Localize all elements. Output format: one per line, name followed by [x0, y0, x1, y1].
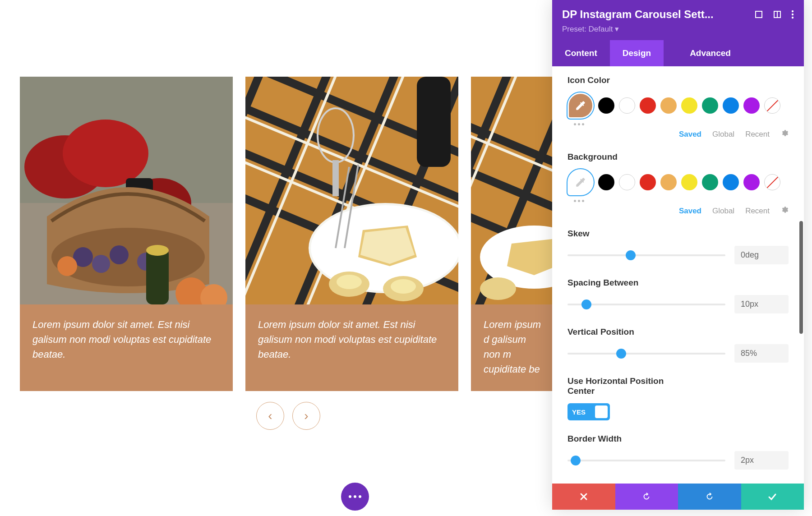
icon-color-section: Saved Global Recent	[567, 92, 789, 139]
panel-tabs: Content Design Advanced	[552, 40, 804, 66]
color-swatch-none[interactable]	[764, 97, 780, 114]
carousel-card[interactable]: Lorem ipsum dolor sit amet. Est nisi gal…	[245, 77, 458, 391]
spacing-control: Spacing Between 10px	[567, 278, 789, 313]
color-swatch-green[interactable]	[702, 174, 718, 190]
palette-tab-recent[interactable]: Recent	[745, 207, 770, 216]
palette-tab-saved[interactable]: Saved	[679, 207, 701, 216]
palette-tab-saved[interactable]: Saved	[679, 130, 701, 139]
color-swatch-blue[interactable]	[723, 97, 739, 114]
svg-point-55	[792, 14, 794, 15]
svg-rect-12	[146, 248, 169, 304]
background-label: Background	[567, 152, 789, 162]
color-swatch-white[interactable]	[619, 97, 635, 114]
svg-point-54	[792, 10, 794, 12]
svg-point-39	[391, 279, 416, 294]
svg-point-3	[63, 120, 148, 187]
color-swatch-yellow[interactable]	[681, 174, 697, 190]
color-swatch-black[interactable]	[598, 97, 614, 114]
panel-header: DP Instagram Carousel Sett... Preset: De…	[552, 0, 804, 40]
tab-design[interactable]: Design	[610, 40, 664, 66]
color-swatch-red[interactable]	[640, 97, 656, 114]
toggle-knob	[595, 405, 608, 418]
carousel-nav: ‹ ›	[20, 402, 557, 430]
palette-settings-icon[interactable]	[780, 129, 789, 139]
spacing-value[interactable]: 10px	[734, 295, 789, 313]
svg-rect-51	[756, 11, 762, 18]
prev-button[interactable]: ‹	[256, 402, 284, 430]
eyedropper-button[interactable]	[567, 92, 594, 119]
color-swatch-none[interactable]	[764, 174, 780, 190]
color-swatch-red[interactable]	[640, 174, 656, 190]
card-caption: Lorem ipsum dolor sit amet. Est nisi gal…	[20, 304, 233, 376]
border-width-control: Border Width 2px	[567, 434, 789, 470]
card-caption: Lorem ipsum d galisum non m cupiditate b…	[471, 304, 557, 391]
card-image	[245, 77, 458, 304]
fab-menu-button[interactable]	[341, 483, 369, 511]
border-width-slider[interactable]	[567, 460, 725, 461]
color-swatch-orange[interactable]	[660, 174, 677, 190]
undo-button[interactable]	[615, 484, 678, 510]
more-colors-icon[interactable]	[574, 200, 789, 202]
kebab-menu-icon[interactable]	[791, 10, 794, 19]
skew-control: Skew 0deg	[567, 229, 789, 264]
svg-point-9	[110, 245, 129, 264]
redo-button[interactable]	[678, 484, 741, 510]
skew-slider[interactable]	[567, 254, 725, 256]
skew-label: Skew	[567, 229, 789, 239]
carousel-card[interactable]: Lorem ipsum d galisum non m cupiditate b…	[471, 77, 557, 391]
svg-rect-31	[332, 160, 339, 196]
color-swatch-purple[interactable]	[743, 174, 760, 190]
skew-value[interactable]: 0deg	[734, 246, 789, 264]
vertical-position-value[interactable]: 85%	[734, 344, 789, 363]
vertical-position-slider[interactable]	[567, 353, 725, 355]
scrollbar-thumb[interactable]	[799, 221, 803, 334]
carousel-card[interactable]: Lorem ipsum dolor sit amet. Est nisi gal…	[20, 77, 233, 391]
spacing-label: Spacing Between	[567, 278, 789, 288]
palette-tab-recent[interactable]: Recent	[745, 130, 770, 139]
expand-icon[interactable]	[754, 10, 763, 19]
horizontal-center-toggle[interactable]: YES	[567, 403, 610, 420]
eyedropper-button[interactable]	[567, 169, 594, 195]
palette-settings-icon[interactable]	[780, 206, 789, 216]
panel-title: DP Instagram Carousel Sett...	[562, 8, 714, 21]
color-swatch-white[interactable]	[619, 174, 635, 190]
tab-content[interactable]: Content	[552, 40, 610, 66]
preset-selector[interactable]: Preset: Default ▾	[562, 24, 794, 34]
card-image	[20, 77, 233, 304]
border-width-label: Border Width	[567, 434, 789, 444]
border-width-value[interactable]: 2px	[734, 451, 789, 470]
background-section: Saved Global Recent	[567, 169, 789, 216]
palette-tab-global[interactable]: Global	[712, 130, 734, 139]
vertical-position-label: Vertical Position	[567, 327, 789, 337]
panel-body[interactable]: Icon Color Saved Global Recent	[552, 66, 804, 484]
palette-tab-global[interactable]: Global	[712, 207, 734, 216]
snap-icon[interactable]	[773, 10, 781, 18]
svg-point-8	[92, 255, 110, 273]
card-image	[471, 77, 557, 304]
svg-point-37	[337, 275, 362, 289]
color-swatch-blue[interactable]	[723, 174, 739, 190]
settings-panel: DP Instagram Carousel Sett... Preset: De…	[552, 0, 804, 510]
horizontal-center-label: Use Horizontal Position Center	[567, 376, 685, 396]
carousel: Lorem ipsum dolor sit amet. Est nisi gal…	[20, 77, 557, 430]
horizontal-center-control: Use Horizontal Position Center YES	[567, 376, 789, 420]
color-swatch-black[interactable]	[598, 174, 614, 190]
color-swatch-orange[interactable]	[660, 97, 677, 114]
color-swatch-yellow[interactable]	[681, 97, 697, 114]
vertical-position-control: Vertical Position 85%	[567, 327, 789, 363]
carousel-cards: Lorem ipsum dolor sit amet. Est nisi gal…	[20, 77, 557, 391]
more-colors-icon[interactable]	[574, 123, 789, 125]
svg-point-10	[57, 256, 77, 276]
next-button[interactable]: ›	[292, 402, 320, 430]
tab-advanced[interactable]: Advanced	[677, 40, 743, 66]
save-button[interactable]	[741, 484, 804, 510]
svg-point-50	[480, 277, 516, 300]
color-swatch-green[interactable]	[702, 97, 718, 114]
spacing-slider[interactable]	[567, 304, 725, 305]
cancel-button[interactable]	[552, 484, 615, 510]
color-swatch-purple[interactable]	[743, 97, 760, 114]
toggle-label: YES	[572, 408, 586, 416]
palette-tabs: Saved Global Recent	[567, 129, 789, 139]
svg-rect-29	[417, 77, 451, 167]
svg-point-56	[792, 17, 794, 18]
